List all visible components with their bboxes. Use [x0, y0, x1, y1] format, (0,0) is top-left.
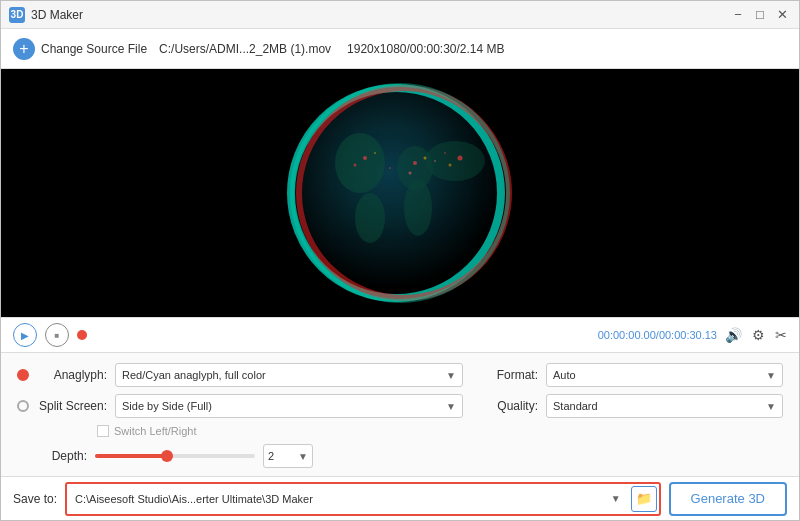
- playback-controls: ▶ ■ 00:00:00.00/00:00:30.13 🔊 ⚙ ✂: [1, 317, 799, 353]
- save-path-select[interactable]: C:\Aiseesoft Studio\Ais...erter Ultimate…: [69, 486, 627, 512]
- play-button[interactable]: ▶: [13, 323, 37, 347]
- quality-setting: Quality: Standard ▼: [483, 394, 783, 418]
- svg-point-16: [449, 164, 452, 167]
- settings-icon[interactable]: ⚙: [752, 327, 765, 343]
- globe-container: [1, 69, 799, 317]
- window-title: 3D Maker: [31, 8, 83, 22]
- svg-point-11: [374, 152, 376, 154]
- file-name: C:/Users/ADMI...2_2MB (1).mov: [159, 42, 331, 56]
- window-controls: − □ ✕: [729, 6, 791, 24]
- switch-leftright-label: Switch Left/Right: [114, 425, 197, 437]
- quality-value: Standard: [553, 400, 598, 412]
- quality-dropdown-arrow: ▼: [766, 401, 776, 412]
- stop-icon: ■: [55, 331, 60, 340]
- time-current: 00:00:00.00: [598, 329, 656, 341]
- app-icon: 3D: [9, 7, 25, 23]
- anaglyph-select[interactable]: Red/Cyan anaglyph, full color ▼: [115, 363, 463, 387]
- split-screen-dropdown-arrow: ▼: [446, 401, 456, 412]
- depth-slider-thumb[interactable]: [161, 450, 173, 462]
- anaglyph-dropdown-arrow: ▼: [446, 370, 456, 381]
- depth-slider[interactable]: [95, 454, 255, 458]
- main-window: 3D 3D Maker − □ ✕ + Change Source File C…: [0, 0, 800, 521]
- anaglyph-radio[interactable]: [17, 369, 29, 381]
- depth-setting: Depth: 2 ▼: [17, 444, 463, 468]
- title-bar: 3D 3D Maker − □ ✕: [1, 1, 799, 29]
- split-screen-label: Split Screen:: [37, 399, 107, 413]
- browse-folder-button[interactable]: 📁: [631, 486, 657, 512]
- depth-dropdown-arrow: ▼: [298, 451, 308, 462]
- svg-point-18: [409, 172, 412, 175]
- time-total: 00:00:30.13: [659, 329, 717, 341]
- change-source-button[interactable]: + Change Source File: [13, 38, 147, 60]
- settings-right: Format: Auto ▼ Quality: Standard ▼: [483, 363, 783, 468]
- record-indicator: [77, 330, 87, 340]
- title-bar-left: 3D 3D Maker: [9, 7, 83, 23]
- depth-label: Depth:: [17, 449, 87, 463]
- svg-point-4: [335, 133, 385, 193]
- anaglyph-setting: Anaglyph: Red/Cyan anaglyph, full color …: [17, 363, 463, 387]
- generate-3d-button[interactable]: Generate 3D: [669, 482, 787, 516]
- depth-value-select[interactable]: 2 ▼: [263, 444, 313, 468]
- globe-visualization: [260, 73, 540, 313]
- format-setting: Format: Auto ▼: [483, 363, 783, 387]
- svg-point-5: [355, 193, 385, 243]
- format-dropdown-arrow: ▼: [766, 370, 776, 381]
- time-display: 00:00:00.00/00:00:30.13: [598, 329, 717, 341]
- quality-select[interactable]: Standard ▼: [546, 394, 783, 418]
- svg-point-19: [389, 167, 391, 169]
- save-bar: Save to: C:\Aiseesoft Studio\Ais...erter…: [1, 476, 799, 520]
- close-button[interactable]: ✕: [773, 6, 791, 24]
- file-info: C:/Users/ADMI...2_2MB (1).mov 1920x1080/…: [159, 42, 505, 56]
- file-details: 1920x1080/00:00:30/2.14 MB: [347, 42, 504, 56]
- switch-leftright-container: Switch Left/Right: [97, 425, 463, 437]
- folder-icon: 📁: [636, 491, 652, 506]
- svg-point-9: [363, 156, 367, 160]
- save-path-dropdown-arrow: ▼: [611, 493, 621, 504]
- svg-point-12: [413, 161, 417, 165]
- svg-point-17: [444, 152, 446, 154]
- minimize-button[interactable]: −: [729, 6, 747, 24]
- svg-point-10: [354, 164, 357, 167]
- split-screen-select[interactable]: Side by Side (Full) ▼: [115, 394, 463, 418]
- save-to-label: Save to:: [13, 492, 57, 506]
- split-screen-setting: Split Screen: Side by Side (Full) ▼: [17, 394, 463, 418]
- svg-point-13: [424, 157, 427, 160]
- svg-point-14: [434, 160, 436, 162]
- format-label: Format:: [483, 368, 538, 382]
- svg-point-7: [404, 180, 432, 236]
- split-screen-radio[interactable]: [17, 400, 29, 412]
- depth-slider-fill: [95, 454, 165, 458]
- split-screen-value: Side by Side (Full): [122, 400, 212, 412]
- maximize-button[interactable]: □: [751, 6, 769, 24]
- cut-icon[interactable]: ✂: [775, 327, 787, 343]
- video-preview: [1, 69, 799, 317]
- format-select[interactable]: Auto ▼: [546, 363, 783, 387]
- switch-leftright-checkbox[interactable]: [97, 425, 109, 437]
- add-circle-icon: +: [13, 38, 35, 60]
- quality-label: Quality:: [483, 399, 538, 413]
- anaglyph-value: Red/Cyan anaglyph, full color: [122, 369, 266, 381]
- play-icon: ▶: [21, 330, 29, 341]
- depth-value: 2: [268, 450, 274, 462]
- settings-left: Anaglyph: Red/Cyan anaglyph, full color …: [17, 363, 463, 468]
- svg-point-15: [458, 156, 463, 161]
- control-icons: 🔊 ⚙ ✂: [725, 327, 787, 343]
- save-path-container: C:\Aiseesoft Studio\Ais...erter Ultimate…: [65, 482, 661, 516]
- volume-icon[interactable]: 🔊: [725, 327, 742, 343]
- settings-panel: Anaglyph: Red/Cyan anaglyph, full color …: [1, 353, 799, 476]
- format-value: Auto: [553, 369, 576, 381]
- anaglyph-label: Anaglyph:: [37, 368, 107, 382]
- stop-button[interactable]: ■: [45, 323, 69, 347]
- change-source-label: Change Source File: [41, 42, 147, 56]
- save-path-value: C:\Aiseesoft Studio\Ais...erter Ultimate…: [75, 493, 313, 505]
- toolbar: + Change Source File C:/Users/ADMI...2_2…: [1, 29, 799, 69]
